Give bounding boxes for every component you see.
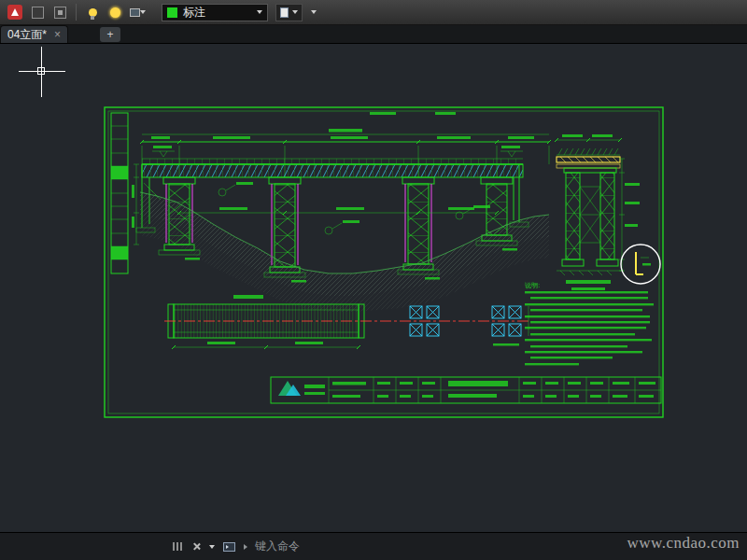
prompt-arrow-icon — [244, 544, 247, 550]
file-tab-bar: 04立面* × + — [0, 25, 747, 44]
elevation-view — [132, 129, 551, 312]
plan-pier-group-1 — [410, 306, 439, 336]
highlight-circle — [621, 245, 660, 284]
chevron-down-icon — [311, 10, 317, 14]
plan-pier-group-2 — [492, 306, 521, 336]
layer-color-swatch — [167, 7, 177, 18]
tab-label: 04立面* — [7, 29, 47, 40]
notes-title: 说明: — [525, 282, 540, 289]
title-block — [271, 377, 661, 403]
plan-view — [164, 295, 529, 349]
chevron-down-icon — [292, 10, 298, 14]
leader-callouts — [218, 182, 490, 234]
cad-drawing: 说明: — [0, 0, 747, 560]
company-logo — [278, 381, 325, 396]
top-toolbar: 标注 — [0, 0, 747, 25]
style-dropdown[interactable] — [275, 4, 303, 21]
layer-name: 标注 — [183, 7, 205, 18]
drawing-frame — [105, 107, 663, 417]
more-dropdown[interactable] — [304, 3, 323, 21]
lightbulb-icon[interactable] — [83, 3, 102, 21]
command-prompt[interactable]: 键入命令 — [255, 539, 300, 554]
app-icon[interactable] — [6, 3, 24, 21]
chevron-down-icon — [140, 10, 146, 14]
tab-04-elevation[interactable]: 04立面* × — [0, 25, 68, 43]
close-icon[interactable] — [192, 542, 201, 551]
drawing-title-text — [448, 381, 508, 386]
toolbar-separator — [76, 4, 77, 21]
terrain — [140, 192, 549, 312]
elevation-piers — [159, 177, 517, 277]
watermark: www.cndao.com — [627, 534, 740, 553]
sun-icon[interactable] — [106, 3, 124, 21]
crosshair-pickbox — [37, 67, 45, 75]
chevron-down-icon[interactable] — [209, 545, 215, 549]
new-tab-button[interactable]: + — [100, 27, 120, 42]
layer-dropdown[interactable]: 标注 — [162, 4, 268, 21]
application-window: 标注 04立面* × + — [0, 0, 747, 560]
tool-icon-2[interactable] — [50, 3, 69, 21]
command-window-icon[interactable] — [223, 542, 235, 552]
tool-icon-1[interactable] — [28, 3, 47, 21]
notes-block: 说明: — [525, 282, 654, 365]
page-icon — [280, 7, 289, 18]
chevron-down-icon — [257, 10, 262, 14]
drawing-canvas[interactable]: 说明: — [0, 0, 747, 560]
close-icon[interactable]: × — [54, 29, 61, 40]
customize-icon[interactable] — [173, 542, 184, 551]
pier-detail-view — [555, 134, 640, 290]
display-dropdown[interactable] — [128, 3, 147, 21]
elevation-marker — [152, 146, 523, 157]
